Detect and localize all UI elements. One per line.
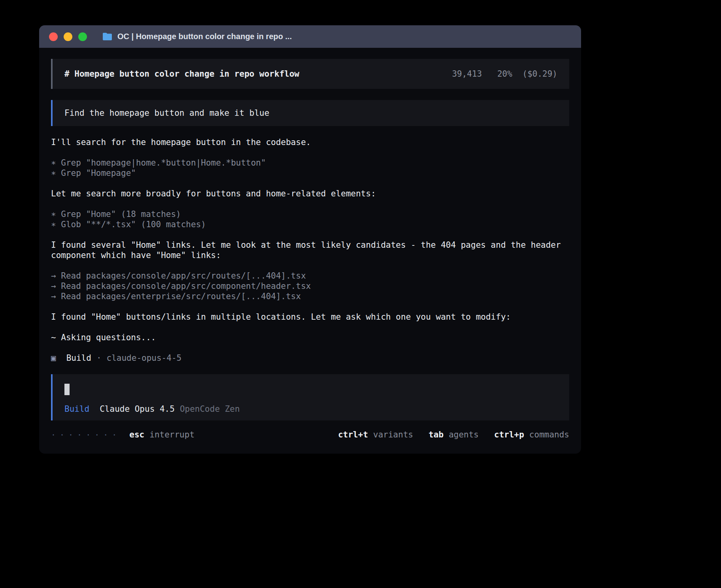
session-header: # Homepage button color change in repo w… [51, 59, 569, 89]
statusbar: ········ esc interrupt ctrl+t variants t… [39, 424, 581, 445]
session-stats: 39,413 20% ($0.29) [452, 69, 557, 79]
session-view: # Homepage button color change in repo w… [39, 48, 581, 424]
folder-icon [102, 32, 113, 41]
token-count: 39,413 [452, 69, 482, 79]
terminal-window: OC | Homepage button color change in rep… [39, 25, 581, 454]
file-read: → Read packages/enterprise/src/routes/[.… [51, 291, 569, 302]
close-button[interactable] [49, 32, 58, 41]
model-name: Claude Opus 4.5 [100, 404, 175, 414]
hint-label-variants: variants [373, 430, 413, 439]
assistant-text: Let me search more broadly for buttons a… [51, 188, 569, 199]
status-text: ~ Asking questions... [51, 332, 569, 343]
hint-label-agents: agents [449, 430, 479, 439]
user-message-text: Find the homepage button and make it blu… [64, 108, 269, 118]
input-statusline: Build Claude Opus 4.5 OpenCode Zen [64, 404, 557, 414]
hint-variants: ctrl+t variants [338, 430, 413, 439]
window-title: OC | Homepage button color change in rep… [117, 32, 292, 41]
hint-key-esc: esc [129, 430, 144, 439]
assistant-text: I'll search for the homepage button in t… [51, 137, 569, 147]
tool-call-group: ∗ Grep "Home" (18 matches) ∗ Glob "**/*.… [51, 209, 569, 230]
provider-name: OpenCode Zen [180, 404, 240, 414]
agent-separator: · [96, 353, 102, 363]
zoom-button[interactable] [78, 32, 87, 41]
session-cost: ($0.29) [522, 69, 557, 79]
agent-name: Build [66, 353, 91, 363]
minimize-button[interactable] [64, 32, 72, 41]
tool-call-glob: ∗ Glob "**/*.tsx" (100 matches) [51, 219, 569, 230]
assistant-text: I found several "Home" links. Let me loo… [51, 240, 569, 260]
session-title: # Homepage button color change in repo w… [64, 69, 299, 79]
titlebar: OC | Homepage button color change in rep… [39, 25, 581, 48]
spinner-dots: ········ [51, 430, 121, 439]
mode-indicator: Build [64, 404, 89, 414]
assistant-text: I found "Home" buttons/links in multiple… [51, 312, 569, 322]
text-cursor [64, 384, 70, 395]
hint-key-ctrl-t: ctrl+t [338, 430, 368, 439]
file-read: → Read packages/console/app/src/componen… [51, 281, 569, 291]
statusbar-left: ········ esc interrupt [51, 430, 194, 439]
hint-label-commands: commands [529, 430, 569, 439]
hint-key-tab: tab [428, 430, 444, 439]
agent-icon: ▣ [51, 353, 56, 363]
tool-call-grep: ∗ Grep "Homepage" [51, 168, 569, 178]
tool-call-grep: ∗ Grep "homepage|home.*button|Home.*butt… [51, 158, 569, 168]
hint-commands: ctrl+p commands [494, 430, 569, 439]
user-message: Find the homepage button and make it blu… [51, 100, 569, 126]
file-read-group: → Read packages/console/app/src/routes/[… [51, 271, 569, 302]
context-percent: 20% [497, 69, 512, 79]
agent-model: claude-opus-4-5 [107, 353, 182, 363]
agent-status: ▣ Build · claude-opus-4-5 [51, 353, 569, 363]
hint-agents: tab agents [428, 430, 479, 439]
tool-call-grep: ∗ Grep "Home" (18 matches) [51, 209, 569, 219]
file-read: → Read packages/console/app/src/routes/[… [51, 271, 569, 281]
tool-call-group: ∗ Grep "homepage|home.*button|Home.*butt… [51, 158, 569, 178]
hint-key-ctrl-p: ctrl+p [494, 430, 524, 439]
hint-label-interrupt: interrupt [149, 430, 194, 439]
prompt-input[interactable]: Build Claude Opus 4.5 OpenCode Zen [51, 374, 569, 420]
statusbar-right: ctrl+t variants tab agents ctrl+p comman… [338, 430, 569, 439]
traffic-lights [49, 32, 87, 41]
